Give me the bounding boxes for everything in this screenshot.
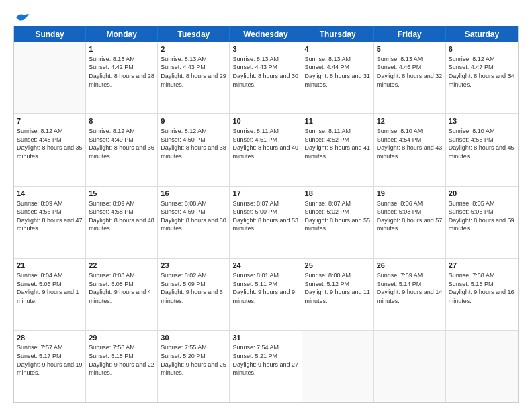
day-info: Sunrise: 8:10 AMSunset: 4:54 PMDaylight:… xyxy=(377,127,443,161)
week-row-2: 7Sunrise: 8:12 AMSunset: 4:48 PMDaylight… xyxy=(14,114,518,186)
day-22: 22Sunrise: 8:03 AMSunset: 5:08 PMDayligh… xyxy=(86,259,158,330)
day-30: 30Sunrise: 7:55 AMSunset: 5:20 PMDayligh… xyxy=(158,331,230,402)
day-number: 16 xyxy=(161,189,226,199)
day-21: 21Sunrise: 8:04 AMSunset: 5:06 PMDayligh… xyxy=(14,259,86,330)
day-number: 15 xyxy=(89,189,154,199)
day-number: 27 xyxy=(449,261,515,271)
day-number: 12 xyxy=(377,116,443,126)
day-13: 13Sunrise: 8:10 AMSunset: 4:55 PMDayligh… xyxy=(446,114,518,185)
header-thursday: Thursday xyxy=(302,26,374,42)
day-info: Sunrise: 7:59 AMSunset: 5:14 PMDaylight:… xyxy=(377,271,443,305)
logo-bird-icon xyxy=(15,12,30,23)
page-header xyxy=(13,11,519,20)
day-info: Sunrise: 8:11 AMSunset: 4:52 PMDaylight:… xyxy=(305,127,371,161)
day-2: 2Sunrise: 8:13 AMSunset: 4:43 PMDaylight… xyxy=(158,42,230,113)
day-20: 20Sunrise: 8:05 AMSunset: 5:05 PMDayligh… xyxy=(446,187,518,258)
day-number: 2 xyxy=(161,44,226,54)
day-info: Sunrise: 8:08 AMSunset: 4:59 PMDaylight:… xyxy=(161,199,226,233)
header-monday: Monday xyxy=(86,26,158,42)
logo xyxy=(13,13,30,20)
day-number: 6 xyxy=(449,44,515,54)
day-info: Sunrise: 8:07 AMSunset: 5:00 PMDaylight:… xyxy=(232,199,298,233)
day-info: Sunrise: 7:57 AMSunset: 5:17 PMDaylight:… xyxy=(17,343,83,377)
day-number: 21 xyxy=(17,261,83,271)
day-info: Sunrise: 7:56 AMSunset: 5:18 PMDaylight:… xyxy=(89,343,154,377)
day-number: 28 xyxy=(17,333,83,343)
day-number: 7 xyxy=(17,116,83,126)
day-info: Sunrise: 8:09 AMSunset: 4:56 PMDaylight:… xyxy=(17,199,83,233)
day-info: Sunrise: 8:07 AMSunset: 5:02 PMDaylight:… xyxy=(305,199,371,233)
day-5: 5Sunrise: 8:13 AMSunset: 4:46 PMDaylight… xyxy=(374,42,446,113)
day-1: 1Sunrise: 8:13 AMSunset: 4:42 PMDaylight… xyxy=(86,42,158,113)
header-tuesday: Tuesday xyxy=(158,26,230,42)
day-info: Sunrise: 8:03 AMSunset: 5:08 PMDaylight:… xyxy=(89,271,154,305)
empty-cell xyxy=(374,331,446,402)
header-saturday: Saturday xyxy=(446,26,518,42)
day-number: 26 xyxy=(377,261,443,271)
day-info: Sunrise: 8:13 AMSunset: 4:43 PMDaylight:… xyxy=(161,55,226,89)
day-number: 20 xyxy=(449,189,515,199)
day-24: 24Sunrise: 8:01 AMSunset: 5:11 PMDayligh… xyxy=(230,259,302,330)
day-info: Sunrise: 8:09 AMSunset: 4:58 PMDaylight:… xyxy=(89,199,154,233)
day-number: 10 xyxy=(232,116,298,126)
day-7: 7Sunrise: 8:12 AMSunset: 4:48 PMDaylight… xyxy=(14,114,86,185)
day-info: Sunrise: 8:10 AMSunset: 4:55 PMDaylight:… xyxy=(449,127,515,161)
calendar-body: 1Sunrise: 8:13 AMSunset: 4:42 PMDaylight… xyxy=(14,42,518,402)
week-row-1: 1Sunrise: 8:13 AMSunset: 4:42 PMDaylight… xyxy=(14,42,518,114)
day-number: 29 xyxy=(89,333,154,343)
week-row-4: 21Sunrise: 8:04 AMSunset: 5:06 PMDayligh… xyxy=(14,259,518,330)
day-19: 19Sunrise: 8:06 AMSunset: 5:03 PMDayligh… xyxy=(374,187,446,258)
day-4: 4Sunrise: 8:13 AMSunset: 4:44 PMDaylight… xyxy=(302,42,374,113)
empty-cell xyxy=(446,331,518,402)
day-number: 19 xyxy=(377,189,443,199)
day-number: 11 xyxy=(305,116,371,126)
day-16: 16Sunrise: 8:08 AMSunset: 4:59 PMDayligh… xyxy=(158,187,230,258)
day-info: Sunrise: 8:12 AMSunset: 4:47 PMDaylight:… xyxy=(449,55,515,89)
day-number: 5 xyxy=(377,44,443,54)
header-friday: Friday xyxy=(374,26,446,42)
day-29: 29Sunrise: 7:56 AMSunset: 5:18 PMDayligh… xyxy=(86,331,158,402)
day-info: Sunrise: 8:00 AMSunset: 5:12 PMDaylight:… xyxy=(305,271,371,305)
day-info: Sunrise: 8:12 AMSunset: 4:49 PMDaylight:… xyxy=(89,127,154,161)
day-number: 9 xyxy=(161,116,226,126)
day-info: Sunrise: 8:13 AMSunset: 4:46 PMDaylight:… xyxy=(377,55,443,89)
day-info: Sunrise: 8:04 AMSunset: 5:06 PMDaylight:… xyxy=(17,271,83,305)
day-17: 17Sunrise: 8:07 AMSunset: 5:00 PMDayligh… xyxy=(230,187,302,258)
day-14: 14Sunrise: 8:09 AMSunset: 4:56 PMDayligh… xyxy=(14,187,86,258)
day-number: 25 xyxy=(305,261,371,271)
header-sunday: Sunday xyxy=(14,26,86,42)
calendar: SundayMondayTuesdayWednesdayThursdayFrid… xyxy=(13,26,519,403)
day-info: Sunrise: 8:12 AMSunset: 4:48 PMDaylight:… xyxy=(17,127,83,161)
day-number: 1 xyxy=(89,44,154,54)
day-info: Sunrise: 8:12 AMSunset: 4:50 PMDaylight:… xyxy=(161,127,226,161)
day-12: 12Sunrise: 8:10 AMSunset: 4:54 PMDayligh… xyxy=(374,114,446,185)
day-9: 9Sunrise: 8:12 AMSunset: 4:50 PMDaylight… xyxy=(158,114,230,185)
day-info: Sunrise: 8:11 AMSunset: 4:51 PMDaylight:… xyxy=(232,127,298,161)
day-31: 31Sunrise: 7:54 AMSunset: 5:21 PMDayligh… xyxy=(230,331,302,402)
day-26: 26Sunrise: 7:59 AMSunset: 5:14 PMDayligh… xyxy=(374,259,446,330)
header-wednesday: Wednesday xyxy=(230,26,302,42)
empty-cell xyxy=(14,42,86,113)
day-number: 8 xyxy=(89,116,154,126)
day-info: Sunrise: 7:55 AMSunset: 5:20 PMDaylight:… xyxy=(161,343,226,377)
day-info: Sunrise: 8:13 AMSunset: 4:44 PMDaylight:… xyxy=(305,55,371,89)
day-number: 23 xyxy=(161,261,226,271)
day-info: Sunrise: 8:02 AMSunset: 5:09 PMDaylight:… xyxy=(161,271,226,305)
empty-cell xyxy=(302,331,374,402)
day-number: 17 xyxy=(232,189,298,199)
calendar-header: SundayMondayTuesdayWednesdayThursdayFrid… xyxy=(14,26,518,42)
day-number: 22 xyxy=(89,261,154,271)
day-6: 6Sunrise: 8:12 AMSunset: 4:47 PMDaylight… xyxy=(446,42,518,113)
day-11: 11Sunrise: 8:11 AMSunset: 4:52 PMDayligh… xyxy=(302,114,374,185)
day-info: Sunrise: 8:05 AMSunset: 5:05 PMDaylight:… xyxy=(449,199,515,233)
day-number: 31 xyxy=(232,333,298,343)
day-number: 24 xyxy=(232,261,298,271)
day-number: 13 xyxy=(449,116,515,126)
day-25: 25Sunrise: 8:00 AMSunset: 5:12 PMDayligh… xyxy=(302,259,374,330)
day-number: 3 xyxy=(232,44,298,54)
day-23: 23Sunrise: 8:02 AMSunset: 5:09 PMDayligh… xyxy=(158,259,230,330)
day-info: Sunrise: 8:01 AMSunset: 5:11 PMDaylight:… xyxy=(232,271,298,305)
day-28: 28Sunrise: 7:57 AMSunset: 5:17 PMDayligh… xyxy=(14,331,86,402)
day-3: 3Sunrise: 8:13 AMSunset: 4:43 PMDaylight… xyxy=(230,42,302,113)
day-number: 4 xyxy=(305,44,371,54)
